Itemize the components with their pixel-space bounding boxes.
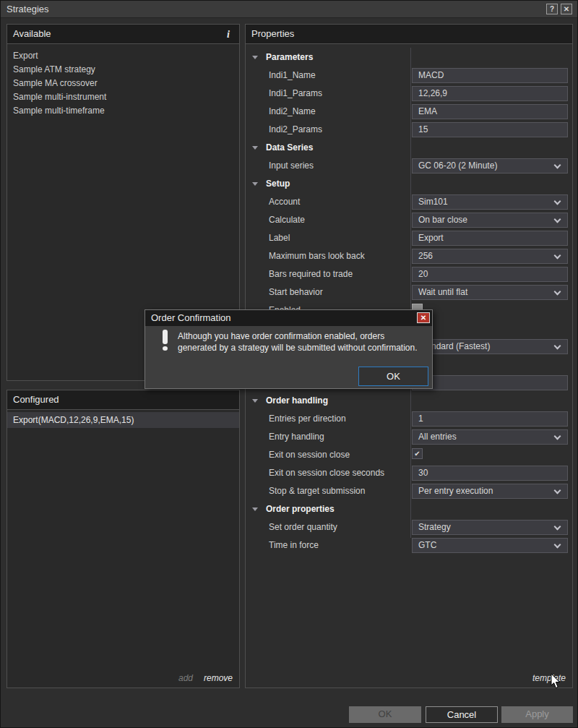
add-link[interactable]: add xyxy=(178,673,193,683)
property-row-entry-handling: Entry handlingAll entries xyxy=(246,428,572,446)
section-header-order-properties[interactable]: Order properties xyxy=(246,500,572,518)
chevron-down-icon xyxy=(554,198,561,205)
property-row-start-behavior: Start behaviorWait until flat xyxy=(246,283,572,301)
cancel-button[interactable]: Cancel xyxy=(426,706,498,723)
property-row-maximum-bars-look-back: Maximum bars look back256 xyxy=(246,247,572,265)
dialog-close-button[interactable]: ✕ xyxy=(417,312,430,323)
indi1-name-input[interactable]: MACD xyxy=(412,68,568,83)
property-label: Calculate xyxy=(269,211,305,229)
property-label: Indi1_Params xyxy=(269,85,322,103)
select-value: All entries xyxy=(418,432,457,442)
property-label: Start behavior xyxy=(269,283,323,301)
collapse-triangle-icon[interactable] xyxy=(252,182,258,186)
dialog-titlebar: Order Confirmation ✕ xyxy=(145,310,432,326)
strategies-window: Strategies ? ✕ Available i ExportSample … xyxy=(0,0,578,728)
select-value: GC 06-20 (2 Minute) xyxy=(418,160,497,171)
ok-button[interactable]: OK xyxy=(349,706,421,723)
hidden-input[interactable] xyxy=(412,375,568,390)
stop-target-submission-select[interactable]: Per entry execution xyxy=(412,484,568,499)
section-title: Order properties xyxy=(266,500,335,518)
calculate-select[interactable]: On bar close xyxy=(412,213,568,228)
property-row-time-in-force: Time in forceGTC xyxy=(246,536,572,554)
set-order-quantity-select[interactable]: Strategy xyxy=(412,520,568,535)
select-value: 256 xyxy=(418,251,433,261)
dialog-message-line2: generated by a strategy will be submitte… xyxy=(178,343,418,353)
select-value: Sim101 xyxy=(418,197,448,207)
configured-item-export-macd-12-26-9-ema-[interactable]: Export(MACD,12,26,9,EMA,15) xyxy=(7,412,239,428)
chevron-down-icon xyxy=(554,541,561,549)
dialog-message-line1: Although you have order confirmation ena… xyxy=(178,331,384,341)
property-label: Set order quantity xyxy=(269,518,337,536)
window-title: Strategies xyxy=(7,4,49,14)
property-label: Exit on session close seconds xyxy=(269,464,384,482)
configured-panel-header: Configured xyxy=(7,390,239,410)
available-item-sample-atm-strategy[interactable]: Sample ATM strategy xyxy=(7,63,239,77)
property-row-indi1-name: Indi1_NameMACD xyxy=(246,67,572,85)
maximum-bars-look-back-select[interactable]: 256 xyxy=(412,249,568,264)
dialog-title: Order Confirmation xyxy=(151,312,231,323)
collapse-triangle-icon[interactable] xyxy=(252,508,258,511)
indi1-params-input[interactable]: 12,26,9 xyxy=(412,86,568,101)
dialog-ok-button[interactable]: OK xyxy=(358,367,428,386)
property-row-indi2-name: Indi2_NameEMA xyxy=(246,103,572,121)
property-row-indi2-params: Indi2_Params15 xyxy=(246,121,572,139)
indi2-name-input[interactable]: EMA xyxy=(412,104,568,119)
collapse-triangle-icon[interactable] xyxy=(252,399,258,403)
hidden-select[interactable]: Standard (Fastest) xyxy=(412,339,568,354)
section-header-order-handling[interactable]: Order handling xyxy=(246,392,572,410)
section-title: Data Series xyxy=(266,139,313,157)
close-button[interactable]: ✕ xyxy=(561,4,572,14)
collapse-triangle-icon[interactable] xyxy=(252,56,258,59)
available-item-sample-multi-instrument[interactable]: Sample multi-instrument xyxy=(7,90,239,104)
select-value: Per entry execution xyxy=(418,486,493,496)
chevron-down-icon xyxy=(554,487,561,494)
section-header-data-series[interactable]: Data Series xyxy=(246,139,572,157)
properties-panel-title: Properties xyxy=(251,28,294,39)
property-label: Time in force xyxy=(269,536,319,554)
bars-required-to-trade-input[interactable]: 20 xyxy=(412,267,568,282)
section-header-setup[interactable]: Setup xyxy=(246,175,572,193)
property-label: Maximum bars look back xyxy=(269,247,365,265)
chevron-down-icon xyxy=(554,288,561,296)
property-row-input-series: Input seriesGC 06-20 (2 Minute) xyxy=(246,157,572,175)
entries-per-direction-input[interactable]: 1 xyxy=(412,411,568,427)
info-icon[interactable]: i xyxy=(227,25,230,44)
label-input[interactable]: Export xyxy=(412,231,568,246)
exit-on-session-close-seconds-input[interactable]: 30 xyxy=(412,466,568,481)
apply-button[interactable]: Apply xyxy=(501,706,573,723)
property-label: Bars required to trade xyxy=(269,265,353,283)
exit-on-session-close-checkbox[interactable]: ✔ xyxy=(412,448,423,459)
property-row-account: AccountSim101 xyxy=(246,193,572,211)
select-value: Wait until flat xyxy=(418,287,467,297)
indi2-params-input[interactable]: 15 xyxy=(412,122,568,137)
property-label: Indi1_Name xyxy=(269,67,316,85)
property-label: Label xyxy=(269,229,290,247)
available-list: ExportSample ATM strategySample MA cross… xyxy=(7,44,239,118)
property-label: Entry handling xyxy=(269,428,324,446)
time-in-force-select[interactable]: GTC xyxy=(412,538,568,553)
entry-handling-select[interactable]: All entries xyxy=(412,429,568,445)
dialog-body: Although you have order confirmation ena… xyxy=(145,326,432,388)
property-label: Indi2_Params xyxy=(269,121,322,139)
account-select[interactable]: Sim101 xyxy=(412,194,568,210)
section-header-parameters[interactable]: Parameters xyxy=(246,48,572,67)
property-label: Indi2_Name xyxy=(269,103,316,121)
property-row-label: LabelExport xyxy=(246,229,572,247)
chevron-down-icon xyxy=(554,252,561,260)
chevron-down-icon xyxy=(554,523,561,531)
help-button[interactable]: ? xyxy=(546,4,558,14)
input-series-select[interactable]: GC 06-20 (2 Minute) xyxy=(412,158,568,174)
section-title: Parameters xyxy=(266,48,313,67)
available-panel-header: Available i xyxy=(7,25,239,44)
remove-link[interactable]: remove xyxy=(204,673,233,683)
template-link[interactable]: template xyxy=(532,673,566,683)
available-item-export[interactable]: Export xyxy=(7,49,239,63)
available-item-sample-ma-crossover[interactable]: Sample MA crossover xyxy=(7,77,239,90)
start-behavior-select[interactable]: Wait until flat xyxy=(412,285,568,300)
available-panel-title: Available xyxy=(13,28,51,39)
section-title: Order handling xyxy=(266,392,328,410)
chevron-down-icon xyxy=(554,433,561,440)
collapse-triangle-icon[interactable] xyxy=(252,146,258,150)
exclamation-icon-dot xyxy=(163,346,168,351)
available-item-sample-multi-timeframe[interactable]: Sample multi-timeframe xyxy=(7,104,239,118)
